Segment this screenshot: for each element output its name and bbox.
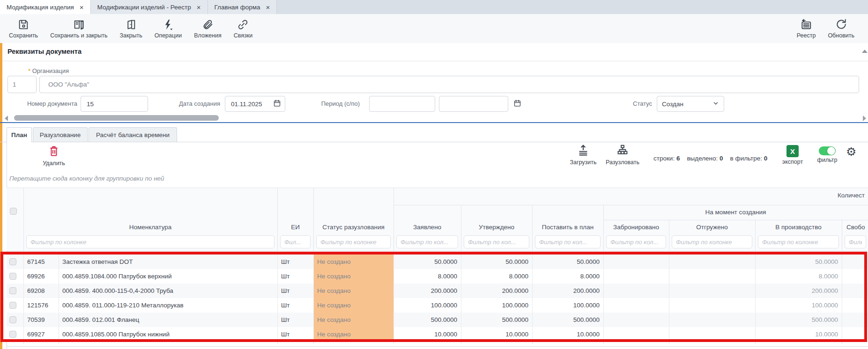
column-header-claimed[interactable]: Заявлено bbox=[393, 224, 461, 231]
filter-input-to_plan[interactable] bbox=[535, 235, 601, 248]
column-header-nomenclature[interactable]: Номенклатура bbox=[23, 224, 277, 231]
filter-input-explode_status[interactable] bbox=[316, 235, 391, 248]
row-checkbox[interactable] bbox=[9, 273, 16, 280]
cell-claimed: 10.0000 bbox=[393, 327, 461, 342]
hscroll-left-icon[interactable] bbox=[5, 116, 8, 121]
delete-button[interactable]: Удалить bbox=[37, 145, 70, 167]
registry-button[interactable]: Реестр bbox=[791, 16, 822, 41]
attachments-button[interactable]: Вложения bbox=[188, 17, 228, 41]
view-tab-2[interactable]: Расчёт баланса времени bbox=[89, 127, 177, 142]
group-by-bar[interactable]: Перетащите сюда колонку для группировки … bbox=[7, 171, 868, 188]
status-label: Статус bbox=[633, 100, 652, 107]
column-header-unit[interactable]: ЕИ bbox=[277, 224, 313, 231]
cell-unit: Шт bbox=[277, 284, 313, 298]
filter-input-approved[interactable] bbox=[464, 235, 529, 248]
filter-input-claimed[interactable] bbox=[396, 235, 458, 248]
table-row[interactable]: 121576000.4859. 011.000-119-210 Металлор… bbox=[7, 298, 868, 313]
row-checkbox[interactable] bbox=[9, 316, 16, 323]
cell-reserved bbox=[603, 313, 669, 327]
organization-name-field[interactable]: ООО "Альфа" bbox=[39, 76, 859, 93]
explode-button[interactable]: Разузловать bbox=[602, 144, 643, 166]
operations-button[interactable]: Операции bbox=[148, 17, 188, 41]
grid-body-line bbox=[393, 254, 394, 344]
hscroll-right-icon[interactable] bbox=[863, 116, 866, 121]
view-tab-1[interactable]: Разузлование bbox=[33, 127, 88, 142]
cell-unit: Шт bbox=[277, 327, 313, 342]
close-label: Закрыть bbox=[120, 32, 142, 39]
accent-strip bbox=[0, 43, 2, 349]
period-to-input[interactable] bbox=[444, 100, 503, 108]
window-tab-2[interactable]: Главная форма× bbox=[208, 0, 277, 14]
creation-date-field[interactable] bbox=[225, 96, 285, 112]
table-row[interactable]: 67145Застежка ответная DOTШтНе создано50… bbox=[7, 254, 868, 269]
filter-toggle[interactable]: фильтр bbox=[815, 146, 839, 163]
row-checkbox[interactable] bbox=[9, 302, 16, 309]
grid-header-line bbox=[313, 188, 314, 251]
links-button[interactable]: Связки bbox=[228, 17, 259, 41]
cell-claimed: 50.0000 bbox=[393, 254, 461, 269]
scroll-up-icon[interactable] bbox=[862, 50, 868, 53]
gear-icon[interactable]: ⚙ bbox=[846, 146, 856, 158]
trash-icon bbox=[48, 145, 59, 159]
filter-input-free[interactable] bbox=[845, 235, 866, 248]
filter-input-nomenclature[interactable] bbox=[26, 235, 274, 248]
window-tab-0[interactable]: Модификация изделия× bbox=[0, 0, 91, 14]
row-checkbox[interactable] bbox=[9, 287, 16, 294]
column-header-in_production[interactable]: В производство bbox=[755, 224, 842, 231]
filter-input-unit[interactable] bbox=[280, 235, 311, 248]
doc-number-field[interactable] bbox=[81, 96, 148, 112]
close-tab-icon[interactable]: × bbox=[80, 4, 84, 11]
close-button[interactable]: Закрыть bbox=[114, 17, 148, 41]
cell-reserved bbox=[603, 298, 669, 313]
refresh-button[interactable]: Обновить bbox=[822, 16, 861, 41]
window-tab-1[interactable]: Модификации изделий - Реестр× bbox=[91, 0, 208, 14]
save-close-button[interactable]: Сохранить и закрыть bbox=[44, 17, 113, 41]
status-select[interactable]: Создан bbox=[657, 96, 724, 112]
table-row[interactable]: 69926000.4859.1084.000 Патрубок верхнийШ… bbox=[7, 269, 868, 284]
window-tab-bar: Модификация изделия×Модификации изделий … bbox=[0, 0, 868, 15]
period-to-field[interactable] bbox=[439, 96, 508, 112]
row-checkbox[interactable] bbox=[9, 331, 16, 338]
toggle-on-icon[interactable] bbox=[819, 146, 836, 155]
column-header-approved[interactable]: Утверждено bbox=[461, 224, 532, 231]
column-header-to_plan[interactable]: Поставить в план bbox=[532, 224, 603, 231]
save-button[interactable]: Сохранить bbox=[3, 17, 44, 41]
select-all-checkbox[interactable] bbox=[10, 208, 17, 215]
row-checkbox[interactable] bbox=[9, 258, 16, 265]
door-icon bbox=[125, 19, 137, 30]
cell-code: 67145 bbox=[23, 254, 59, 269]
filter-input-reserved[interactable] bbox=[606, 235, 666, 248]
calendar-icon[interactable] bbox=[273, 99, 281, 109]
cell-approved: 10.0000 bbox=[461, 327, 532, 342]
table-row[interactable]: 69927000.4859.1085.000 Патрубок нижнийШт… bbox=[7, 327, 868, 342]
load-button[interactable]: Загрузить bbox=[568, 144, 599, 166]
export-button[interactable]: X экспорт bbox=[779, 145, 806, 165]
links-label: Связки bbox=[234, 32, 252, 39]
row-border bbox=[7, 342, 868, 342]
period-from-input[interactable] bbox=[374, 100, 430, 108]
close-tab-icon[interactable]: × bbox=[266, 4, 270, 11]
organization-code-value: 1 bbox=[13, 81, 16, 88]
grid-body-line bbox=[842, 254, 842, 344]
table-row[interactable]: 69208000.4859. 400.000-115-0,4-2000 Труб… bbox=[7, 284, 868, 298]
table-row[interactable]: 70539000.4859. 012.001 ФланецШтНе создан… bbox=[7, 313, 868, 327]
column-header-shipped[interactable]: Отгружено bbox=[669, 224, 755, 231]
grid-header-line bbox=[603, 220, 868, 220]
period-calendar-icon[interactable] bbox=[513, 99, 521, 109]
organization-code-field[interactable]: 1 bbox=[7, 76, 37, 93]
column-header-free[interactable]: Свобо bbox=[842, 224, 868, 231]
grid-header-line bbox=[393, 205, 868, 205]
filter-input-shipped[interactable] bbox=[672, 235, 752, 248]
column-header-explode_status[interactable]: Статус разузлования bbox=[313, 224, 393, 231]
cell-free bbox=[842, 269, 868, 284]
close-tab-icon[interactable]: × bbox=[197, 4, 201, 11]
hscroll-thumb[interactable] bbox=[14, 115, 219, 121]
column-header-reserved[interactable]: Забронировано bbox=[603, 224, 669, 231]
filter-input-in_production[interactable] bbox=[758, 235, 839, 248]
cell-free bbox=[842, 327, 868, 342]
view-tab-0[interactable]: План bbox=[7, 127, 32, 142]
cell-to_plan: 50.0000 bbox=[532, 254, 603, 269]
doc-number-input[interactable] bbox=[86, 100, 143, 108]
creation-date-input[interactable] bbox=[230, 100, 273, 108]
period-from-field[interactable] bbox=[369, 96, 435, 112]
